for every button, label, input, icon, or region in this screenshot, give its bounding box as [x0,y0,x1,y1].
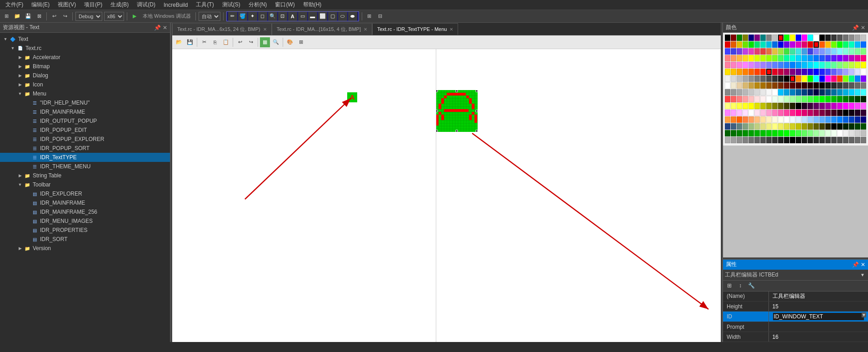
color-cell[interactable] [796,82,801,89]
color-cell[interactable] [743,116,748,123]
color-cell[interactable] [790,82,795,89]
color-cell[interactable] [849,41,854,48]
color-cell[interactable] [748,116,754,123]
color-cell[interactable] [772,35,778,41]
ed-extra[interactable]: ⊞ [296,37,306,47]
color-cell[interactable] [766,130,772,136]
color-cell[interactable] [808,103,813,109]
tab-bitmap-24bit-close[interactable]: ✕ [263,27,267,32]
color-cell[interactable] [843,123,848,130]
color-cell[interactable] [819,48,825,55]
color-cell[interactable] [837,75,843,82]
color-cell[interactable] [813,103,819,109]
color-cell[interactable] [837,96,843,102]
color-cell[interactable] [831,41,837,48]
color-cell[interactable] [831,123,837,130]
color-cell[interactable] [843,35,848,41]
color-cell[interactable] [778,116,783,123]
color-cell[interactable] [831,62,837,68]
color-cell[interactable] [855,35,860,41]
ed-open[interactable]: 📂 [174,37,184,47]
color-cell[interactable] [743,41,748,48]
tab-bitmap-24bit[interactable]: Text.rc - IDR_MA...6x15, 24 位, BMP) ✕ [172,23,272,35]
color-cell[interactable] [861,82,866,89]
color-cell[interactable] [760,48,766,55]
toolbar-redo[interactable]: ↪ [60,12,70,21]
color-cell[interactable] [748,110,754,116]
menu-debug[interactable]: 调试(D) [133,0,159,10]
color-cell[interactable] [725,89,730,96]
tree-idr-help-menu[interactable]: ☰ "IDR_HELP_MENU" [0,98,170,107]
color-cell[interactable] [737,130,742,136]
color-cell[interactable] [861,48,866,55]
color-cell[interactable] [754,55,760,61]
menu-help[interactable]: 帮助(H) [299,0,325,10]
tree-root[interactable]: ▼ 🔷 Text [0,35,170,44]
color-cell[interactable] [766,69,772,75]
toolbar-extra2[interactable]: ⊟ [376,12,385,21]
color-cell[interactable] [766,116,772,123]
pin-button[interactable]: 📌 [154,25,161,31]
color-cell[interactable] [731,75,736,82]
tree-bitmap[interactable]: ▶ 📁 Bitmap [0,62,170,71]
color-cell[interactable] [748,75,754,82]
color-cell[interactable] [748,96,754,102]
color-cell[interactable] [802,116,807,123]
color-cell[interactable] [778,62,783,68]
color-cell[interactable] [861,137,866,143]
color-cell[interactable] [784,96,789,102]
color-cell[interactable] [825,96,831,102]
color-cell[interactable] [772,48,778,55]
color-cell[interactable] [849,89,854,96]
tab-menu[interactable]: Text.rc - IDR_TextTYPE - Menu ✕ [372,23,458,35]
color-cell[interactable] [861,123,866,130]
color-cell[interactable] [796,35,801,41]
color-cell[interactable] [849,137,854,143]
props-table-row[interactable]: (Name)工具栏编辑器 [723,292,868,302]
ed-zoom-in[interactable]: 🔍 [271,37,281,47]
tree-icon[interactable]: ▶ 📁 Icon [0,80,170,89]
color-cell[interactable] [784,110,789,116]
color-cell[interactable] [843,137,848,143]
color-cell[interactable] [808,96,813,102]
color-cell[interactable] [766,137,772,143]
color-cell[interactable] [808,55,813,61]
color-cell[interactable] [731,110,736,116]
color-cell[interactable] [754,103,760,109]
color-cell[interactable] [861,89,866,96]
color-cell[interactable] [737,89,742,96]
color-cell[interactable] [855,55,860,61]
color-cell[interactable] [743,137,748,143]
tree-idr-sort[interactable]: ▤ IDR_SORT [0,235,170,244]
color-cell[interactable] [849,96,854,102]
toolbar-open[interactable]: 📁 [13,12,22,21]
color-cell[interactable] [861,41,866,48]
color-cell[interactable] [796,75,801,82]
color-cell[interactable] [813,35,819,41]
color-cell[interactable] [819,55,825,61]
color-cell[interactable] [849,69,854,75]
color-cell[interactable] [772,89,778,96]
color-cell[interactable] [754,110,760,116]
color-cell[interactable] [843,116,848,123]
color-cell[interactable] [819,116,825,123]
color-cell[interactable] [837,62,843,68]
color-cell[interactable] [754,69,760,75]
color-cell[interactable] [760,41,766,48]
color-cell[interactable] [802,130,807,136]
color-cell[interactable] [855,130,860,136]
color-cell[interactable] [861,35,866,41]
color-cell[interactable] [808,123,813,130]
color-cell[interactable] [796,137,801,143]
color-cell[interactable] [825,137,831,143]
tree-string-table[interactable]: ▶ 📁 String Table [0,171,170,180]
color-cell[interactable] [725,41,730,48]
color-cell[interactable] [731,82,736,89]
color-cell[interactable] [754,82,760,89]
color-cell[interactable] [743,55,748,61]
color-cell[interactable] [843,110,848,116]
tree-menu[interactable]: ▼ 📁 Menu [0,89,170,98]
color-cell[interactable] [790,123,795,130]
color-cell[interactable] [737,55,742,61]
props-sort-icon[interactable]: ↕ [736,281,745,290]
